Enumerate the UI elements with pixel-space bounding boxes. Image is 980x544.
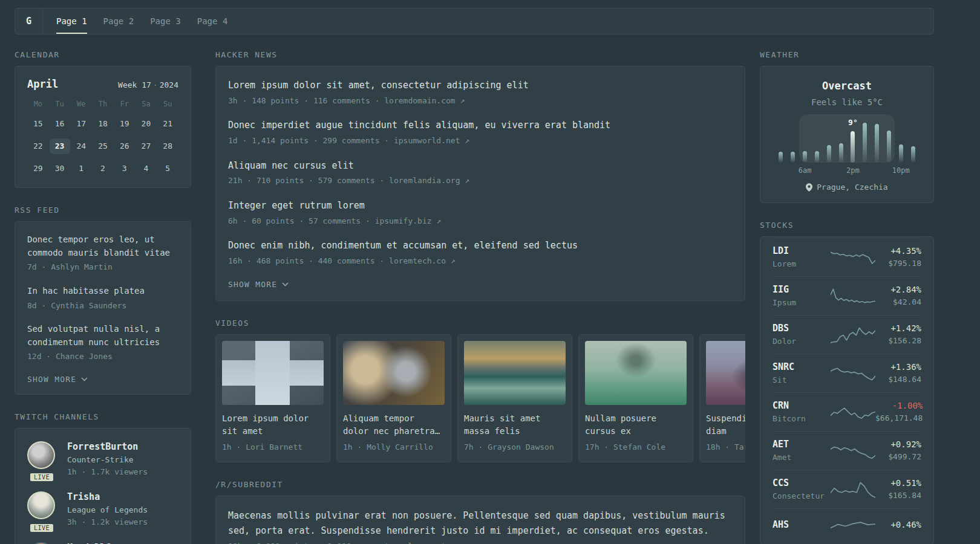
video-title[interactable]: Aliquam tempor dolor nec pharetra… — [343, 412, 445, 438]
calendar-dow-label: Mo — [27, 100, 49, 108]
subreddit-post-title[interactable]: Maecenas mollis pulvinar erat non posuer… — [228, 508, 733, 539]
calendar-dow-label: Tu — [49, 100, 71, 108]
weather-bar — [827, 145, 831, 163]
nav-page-tab[interactable]: Page 4 — [197, 8, 228, 34]
twitch-channel-name[interactable]: Trisha — [67, 491, 148, 502]
rss-item-meta: 8d · Cynthia Saunders — [27, 300, 178, 312]
calendar-month: April — [27, 78, 58, 90]
stock-symbol: CRN — [773, 400, 831, 411]
stock-sparkline — [831, 516, 875, 536]
stock-id: LDI Lorem — [773, 245, 831, 268]
stock-name: Ipsum — [773, 298, 831, 307]
hackernews-item-meta: 21h · 710 points · 579 comments · loreml… — [228, 175, 733, 187]
hackernews-item-title[interactable]: Lorem ipsum dolor sit amet, consectetur … — [228, 79, 733, 92]
show-more-label: SHOW MORE — [228, 280, 277, 289]
stock-sparkline — [831, 286, 875, 305]
stock-id: CCS Consectetur — [773, 478, 831, 500]
video-card[interactable]: Mauris sit amet massa felis 7h · Grayson… — [457, 334, 572, 462]
calendar-year: 2024 — [160, 80, 178, 89]
video-title[interactable]: Mauris sit amet massa felis — [464, 412, 566, 438]
stock-change: +0.46% — [875, 520, 921, 529]
nav-page-tab[interactable]: Page 1 — [56, 8, 87, 34]
hackernews-show-more-button[interactable]: SHOW MORE — [228, 280, 289, 289]
video-card[interactable]: Aliquam tempor dolor nec pharetra… 1h · … — [336, 334, 451, 462]
left-column: CALENDAR April Week 17·2024 MoTuWeThFrSa… — [15, 50, 191, 544]
rss-item-title[interactable]: Donec tempor eros leo, ut commodo mauris… — [27, 233, 178, 259]
rss-show-more-button[interactable]: SHOW MORE — [27, 375, 88, 384]
hackernews-item: Donec enim nibh, condimentum et accumsan… — [228, 239, 733, 267]
rss-item: In hac habitasse platea 8d · Cynthia Sau… — [27, 285, 178, 311]
hackernews-item-title[interactable]: Donec imperdiet augue tincidunt felis al… — [228, 119, 733, 132]
hackernews-item-title[interactable]: Integer eget rutrum lorem — [228, 199, 733, 213]
stock-change: +0.92% — [875, 439, 921, 449]
calendar-day: 1 — [71, 161, 91, 176]
stock-price: $499.72 — [875, 452, 921, 461]
weather-bar — [839, 143, 843, 163]
nav-page-tab[interactable]: Page 2 — [103, 8, 134, 34]
twitch-channel[interactable]: LIVE Trisha League of Legends 3h · 1.2k … — [27, 491, 178, 528]
weather-bar — [815, 151, 819, 163]
weather-widget: Overcast Feels like 5°C 9° 6am2pm10pm Pr… — [760, 66, 934, 203]
weather-bar — [887, 131, 891, 163]
calendar-dow-label: Su — [157, 100, 178, 108]
stock-sparkline — [831, 325, 875, 344]
calendar-day: 16 — [50, 116, 70, 132]
rss-item-title[interactable]: Sed volutpat nulla nisl, a condimentum n… — [27, 323, 178, 349]
video-title[interactable]: Lorem ipsum dolor sit amet consectetu… — [222, 412, 324, 438]
twitch-channel-info: Trisha League of Legends 3h · 1.2k viewe… — [67, 491, 148, 528]
stock-values: +2.84% $42.04 — [875, 285, 921, 306]
stock-values: +0.46% — [875, 520, 921, 533]
twitch-section: TWITCH CHANNELS LIVE ForrestBurton Count… — [15, 412, 191, 544]
hackernews-item-title[interactable]: Donec enim nibh, condimentum et accumsan… — [228, 239, 733, 253]
hackernews-item: Integer eget rutrum lorem 6h · 60 points… — [228, 199, 733, 227]
stock-name: Amet — [773, 453, 831, 462]
twitch-section-title: TWITCH CHANNELS — [15, 412, 191, 421]
chevron-down-icon — [81, 377, 88, 381]
twitch-channel-name[interactable]: ForrestBurton — [67, 441, 148, 452]
video-thumbnail — [222, 341, 324, 405]
stock-row[interactable]: DBS Dolor +1.42% $156.28 — [773, 315, 921, 354]
calendar-header: April Week 17·2024 — [27, 78, 178, 90]
video-title[interactable]: Suspendisse diam — [706, 412, 745, 438]
calendar-day: 3 — [114, 161, 135, 176]
stock-id: SNRC Sit — [773, 361, 831, 384]
stock-symbol: CCS — [773, 478, 831, 488]
stock-row[interactable]: AET Amet +0.92% $499.72 — [773, 431, 921, 470]
nav-page-tab[interactable]: Page 3 — [150, 8, 181, 34]
stock-price: $66,171.48 — [875, 413, 923, 423]
video-meta: 1h · Lori Barnett — [222, 441, 324, 453]
stock-name: Sit — [773, 375, 831, 384]
weather-bar-slot — [859, 119, 871, 163]
video-card[interactable]: Nullam posuere cursus ex 17h · Stefan Co… — [578, 334, 693, 462]
app-logo[interactable]: G — [15, 8, 43, 34]
weather-section-title: WEATHER — [760, 50, 934, 59]
calendar-section-title: CALENDAR — [15, 50, 191, 59]
video-card[interactable]: Suspendisse diam 18h · Tara — [699, 334, 745, 462]
twitch-channel[interactable]: LIVE ForrestBurton Counter-Strike 1h · 1… — [27, 441, 178, 478]
stocks-section: STOCKS LDI Lorem +4.35% $795.18 — [760, 221, 934, 544]
stock-row[interactable]: LDI Lorem +4.35% $795.18 — [773, 238, 921, 276]
stock-row[interactable]: CRN Bitcorn -1.00% $66,171.48 — [773, 392, 921, 431]
calendar-day: 30 — [50, 161, 70, 176]
rss-section: RSS FEED Donec tempor eros leo, ut commo… — [15, 206, 191, 395]
weather-bar — [851, 131, 855, 163]
page-tabs: Page 1Page 2Page 3Page 4 — [43, 8, 227, 34]
top-nav: G Page 1Page 2Page 3Page 4 — [15, 8, 934, 34]
calendar-day: 29 — [28, 161, 48, 176]
video-card[interactable]: Lorem ipsum dolor sit amet consectetu… 1… — [215, 334, 330, 462]
hackernews-item: Aliquam nec cursus elit 21h · 710 points… — [228, 160, 733, 187]
stock-symbol: SNRC — [773, 361, 831, 372]
video-title[interactable]: Nullam posuere cursus ex — [585, 412, 687, 438]
stock-row[interactable]: CCS Consectetur +0.51% $165.84 — [773, 470, 921, 508]
calendar-day: 5 — [157, 161, 178, 176]
rss-list: Donec tempor eros leo, ut commodo mauris… — [27, 233, 178, 363]
rss-item-title[interactable]: In hac habitasse platea — [27, 285, 178, 298]
stock-row[interactable]: SNRC Sit +1.36% $148.64 — [773, 354, 921, 392]
stock-row[interactable]: AHS +0.46% — [773, 508, 921, 543]
stock-row[interactable]: IIG Ipsum +2.84% $42.04 — [773, 276, 921, 315]
hackernews-item-title[interactable]: Aliquam nec cursus elit — [228, 160, 733, 173]
weather-hour-label: 2pm — [846, 166, 860, 175]
avatar — [27, 441, 55, 469]
weather-bar — [863, 123, 867, 163]
weather-bar-slot — [907, 119, 919, 163]
